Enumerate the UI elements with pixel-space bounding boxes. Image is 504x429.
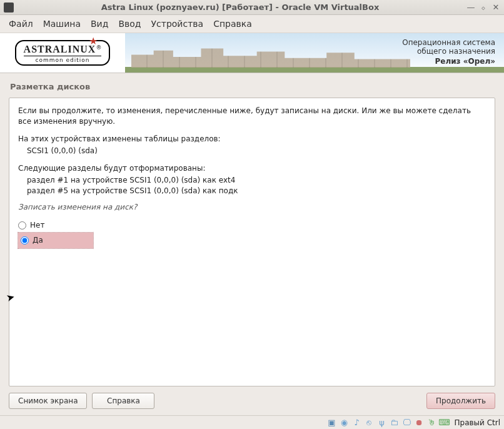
- devices-header: На этих устройствах изменены таблицы раз…: [18, 134, 486, 144]
- app-icon: [4, 3, 14, 13]
- release-info: Операционная система общего назначения Р…: [402, 38, 495, 66]
- intro-text: Если вы продолжите, то изменения, перечи…: [18, 106, 486, 128]
- radio-option-yes[interactable]: Да: [18, 233, 93, 248]
- maximize-button[interactable]: ⬦: [479, 3, 488, 12]
- partition-line: раздел #5 на устройстве SCSI1 (0,0,0) (s…: [27, 186, 486, 196]
- menu-machine[interactable]: Машина: [43, 19, 81, 29]
- shared-folder-icon[interactable]: 🗀: [389, 418, 399, 428]
- radio-yes-label: Да: [33, 235, 43, 246]
- device-line: SCSI1 (0,0,0) (sda): [27, 146, 486, 156]
- radio-option-no[interactable]: Нет: [18, 219, 486, 232]
- content-box: Если вы продолжите, то изменения, перечи…: [9, 98, 495, 386]
- keyboard-capture-icon[interactable]: ⌨: [439, 418, 449, 428]
- menubar: Файл Машина Вид Ввод Устройства Справка: [0, 15, 504, 33]
- titlebar: Astra Linux (poznyaev.ru) [Работает] - O…: [0, 0, 504, 15]
- star-icon: ★: [89, 35, 98, 47]
- menu-help[interactable]: Справка: [213, 19, 252, 29]
- close-button[interactable]: ✕: [491, 3, 500, 12]
- statusbar: ▣ ◉ ♪ ⎋ ψ 🗀 🖵 ⏺ 🖰 ⌨ Правый Ctrl: [0, 415, 504, 429]
- astra-logo: ★ ASTRALINUX® common edition: [0, 33, 125, 73]
- info-line: Операционная система: [402, 38, 495, 47]
- radio-no-label: Нет: [30, 220, 44, 231]
- partition-line: раздел #1 на устройстве SCSI1 (0,0,0) (s…: [27, 175, 486, 186]
- partitions-header: Следующие разделы будут отформатированы:: [18, 163, 486, 174]
- window-title: Astra Linux (poznyaev.ru) [Работает] - O…: [18, 3, 463, 12]
- button-row: Снимок экрана Справка Продолжить: [9, 393, 495, 409]
- help-button[interactable]: Справка: [92, 393, 154, 409]
- menu-input[interactable]: Ввод: [118, 19, 141, 29]
- radio-yes-input[interactable]: [21, 236, 29, 245]
- recording-icon[interactable]: ⏺: [414, 418, 424, 428]
- optical-icon[interactable]: ◉: [339, 418, 349, 428]
- host-key-label: Правый Ctrl: [454, 418, 500, 427]
- confirm-question: Записать изменения на диск?: [18, 202, 486, 213]
- menu-file[interactable]: Файл: [9, 19, 33, 29]
- radio-no-input[interactable]: [18, 221, 26, 230]
- usb-icon[interactable]: ψ: [376, 418, 386, 428]
- continue-button[interactable]: Продолжить: [426, 393, 495, 409]
- audio-icon[interactable]: ♪: [351, 418, 361, 428]
- minimize-button[interactable]: —: [466, 3, 475, 12]
- mouse-integration-icon[interactable]: 🖰: [426, 418, 436, 428]
- display-icon[interactable]: 🖵: [401, 418, 411, 428]
- installer-pane: Разметка дисков Если вы продолжите, то и…: [0, 73, 504, 415]
- menu-devices[interactable]: Устройства: [151, 19, 204, 29]
- banner: ★ ASTRALINUX® common edition Операционна…: [0, 33, 504, 73]
- release-name: Релиз «Орел»: [402, 57, 495, 66]
- logo-text: ASTRALINUX: [24, 44, 96, 54]
- hdd-icon[interactable]: ▣: [326, 418, 336, 428]
- menu-view[interactable]: Вид: [91, 19, 108, 29]
- logo-subtext: common edition: [24, 56, 102, 63]
- network-icon[interactable]: ⎋: [364, 418, 374, 428]
- info-line: общего назначения: [402, 47, 495, 56]
- screenshot-button[interactable]: Снимок экрана: [9, 393, 87, 409]
- section-title: Разметка дисков: [10, 82, 495, 91]
